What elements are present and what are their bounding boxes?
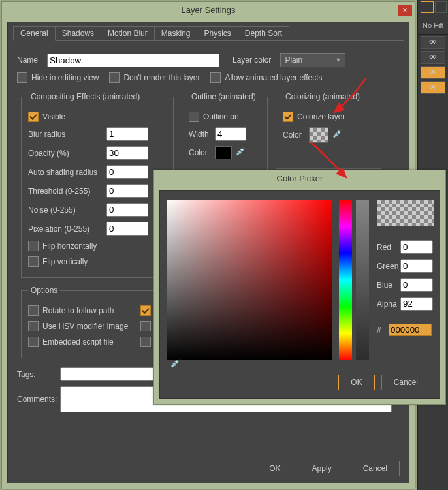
allow-animated-label: Allow animated layer effects — [225, 73, 322, 82]
visibility-toggle[interactable]: 👁 — [421, 51, 445, 64]
embedded-script-checkbox[interactable] — [28, 337, 39, 347]
hide-editing-checkbox[interactable] — [17, 72, 27, 83]
opacity-input[interactable] — [106, 146, 148, 160]
ok-button[interactable]: OK — [257, 461, 293, 476]
alpha-label: Alpha — [377, 299, 400, 309]
alpha-slider[interactable] — [356, 200, 369, 360]
flip-v-label: Flip vertically — [42, 257, 88, 266]
dont-render-label: Don't render this layer — [123, 73, 200, 82]
comments-label: Comments: — [17, 395, 60, 404]
hex-input[interactable] — [389, 324, 432, 336]
colorize-layer-checkbox[interactable] — [283, 112, 293, 122]
layer-color-value: Plain — [285, 55, 302, 65]
visible-checkbox[interactable] — [28, 112, 39, 122]
hex-label: # — [377, 326, 389, 335]
color-picker-buttons: OK Cancel — [338, 375, 430, 390]
colorize-layer-label: Colorize layer — [297, 112, 345, 121]
tab-shadows[interactable]: Shadows — [55, 26, 101, 40]
tab-masking[interactable]: Masking — [154, 26, 198, 40]
options-legend: Options — [28, 286, 60, 295]
compositing-legend: Compositing Effects (animated) — [28, 92, 142, 101]
pixelation-input[interactable] — [106, 222, 148, 236]
filter-label: No Filt — [418, 17, 448, 35]
outline-color-swatch[interactable] — [215, 146, 232, 159]
red-label: Red — [377, 243, 400, 252]
color-picker-window: Color Picker Red Green Blue Alpha # 💉 OK… — [153, 170, 446, 405]
color-picker-titlebar[interactable]: Color Picker — [154, 170, 445, 187]
colorize-color-swatch[interactable] — [309, 127, 328, 143]
name-input[interactable] — [47, 54, 219, 67]
window-title: Layer Settings — [181, 5, 235, 15]
outline-width-input[interactable] — [215, 127, 246, 141]
blur-radius-label: Blur radius — [28, 130, 106, 139]
apply-button[interactable]: Apply — [300, 461, 344, 476]
green-input[interactable] — [400, 259, 433, 273]
name-label: Name — [17, 55, 47, 65]
color-picker-ok-button[interactable]: OK — [338, 375, 374, 390]
opacity-label: Opacity (%) — [28, 149, 106, 158]
blur-radius-input[interactable] — [106, 127, 148, 141]
visibility-toggle[interactable]: 👁 — [421, 36, 445, 49]
hsv-modifier-checkbox[interactable] — [28, 321, 39, 331]
noise-input[interactable] — [106, 203, 148, 217]
preview-swatch — [377, 200, 434, 226]
layer-color-label: Layer color — [232, 55, 271, 65]
outline-on-label: Outline on — [203, 112, 239, 121]
threshold-label: Threshold (0-255) — [28, 187, 106, 196]
flip-v-checkbox[interactable] — [28, 256, 39, 267]
option-s-checkbox[interactable] — [140, 305, 151, 316]
close-button[interactable]: × — [398, 5, 412, 16]
outline-legend: Outline (animated) — [189, 92, 259, 101]
window-titlebar[interactable]: Layer Settings × — [2, 2, 415, 19]
outline-color-label: Color — [189, 148, 215, 157]
flip-h-checkbox[interactable] — [28, 241, 39, 251]
eyedropper-icon[interactable]: 💉 — [170, 359, 182, 371]
threshold-input[interactable] — [106, 184, 148, 198]
colorize-color-label: Color — [283, 130, 309, 140]
flip-h-label: Flip horizontally — [42, 241, 97, 251]
tags-label: Tags: — [17, 370, 60, 379]
hide-editing-label: Hide in editing view — [31, 73, 99, 82]
colorizing-fieldset: Colorizing (animated) Colorize layer Col… — [276, 92, 381, 169]
blue-label: Blue — [377, 281, 400, 290]
rotate-follow-checkbox[interactable] — [28, 305, 39, 316]
color-field[interactable] — [167, 200, 332, 360]
green-label: Green — [377, 262, 400, 271]
colorizing-legend: Colorizing (animated) — [283, 92, 362, 101]
red-input[interactable] — [400, 240, 433, 254]
auto-shading-label: Auto shading radius — [28, 168, 106, 177]
outline-on-checkbox[interactable] — [189, 112, 199, 122]
eyedropper-icon[interactable]: 💉 — [332, 129, 344, 141]
toolbar-icon[interactable] — [435, 1, 447, 13]
dont-render-checkbox[interactable] — [109, 72, 120, 83]
dialog-buttons: OK Apply Cancel — [257, 461, 400, 476]
noise-label: Noise (0-255) — [28, 206, 106, 215]
eyedropper-icon[interactable]: 💉 — [236, 147, 248, 159]
embedded-script-label: Embedded script file — [42, 337, 140, 346]
toolbar-icon[interactable] — [421, 1, 434, 13]
hsv-modifier-label: Use HSV modifier image — [42, 322, 140, 331]
tab-physics[interactable]: Physics — [197, 26, 238, 40]
tab-general[interactable]: General — [13, 26, 56, 41]
compositing-fieldset: Compositing Effects (animated) Visible B… — [21, 92, 174, 278]
cancel-button[interactable]: Cancel — [351, 461, 400, 476]
outline-width-label: Width — [189, 130, 215, 139]
visible-label: Visible — [42, 112, 65, 121]
visibility-toggle[interactable]: 👁 — [421, 66, 445, 79]
color-picker-cancel-button[interactable]: Cancel — [381, 375, 430, 390]
auto-shading-input[interactable] — [106, 165, 148, 179]
tab-depth-sort[interactable]: Depth Sort — [238, 26, 289, 40]
blue-input[interactable] — [400, 278, 433, 292]
layer-color-dropdown[interactable]: Plain ▼ — [280, 53, 345, 67]
chevron-down-icon: ▼ — [335, 57, 341, 63]
allow-animated-checkbox[interactable] — [210, 72, 221, 83]
hue-slider[interactable] — [339, 200, 352, 360]
option-i1-checkbox[interactable] — [140, 321, 151, 331]
visibility-toggle[interactable]: 👁 — [421, 81, 445, 94]
rotate-follow-label: Rotate to follow path — [42, 306, 140, 315]
option-i2-checkbox[interactable] — [140, 337, 151, 347]
color-picker-title: Color Picker — [277, 174, 323, 183]
tab-motion-blur[interactable]: Motion Blur — [101, 26, 155, 40]
alpha-input[interactable] — [400, 297, 433, 311]
tabs: General Shadows Motion Blur Masking Phys… — [13, 26, 404, 41]
